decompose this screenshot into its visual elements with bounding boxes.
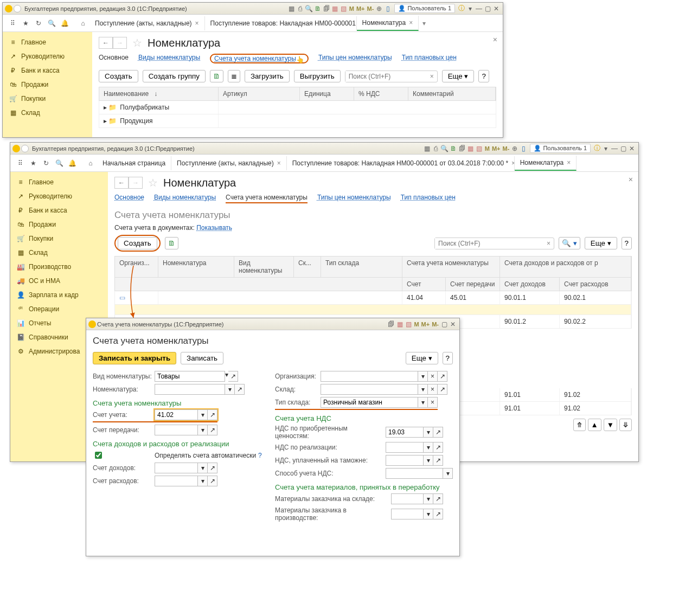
inc-input[interactable] (155, 463, 198, 473)
col-unit[interactable]: Единица (300, 87, 354, 100)
zoom-icon[interactable]: ⊕ (510, 145, 519, 152)
more-button[interactable]: Еще ▾ (442, 70, 475, 82)
open-icon[interactable]: ↗ (208, 409, 217, 420)
chevron-down-icon[interactable]: ▾ (419, 20, 430, 27)
col-exp[interactable]: Счет расходов (560, 278, 631, 291)
user-box[interactable]: 👤 Пользователь 1 (394, 4, 455, 13)
acc-input[interactable] (155, 409, 198, 420)
minimize-icon[interactable]: — (610, 145, 619, 152)
star-icon[interactable]: ★ (27, 157, 40, 170)
panel-icon[interactable]: ▯ (383, 5, 392, 12)
search-input[interactable] (345, 71, 427, 82)
down-button[interactable]: ▼ (604, 419, 617, 431)
dropdown-icon[interactable]: ▾ (198, 476, 208, 486)
tab-receipts[interactable]: Поступление (акты, накладные)× (89, 16, 205, 30)
exp-input[interactable] (155, 476, 198, 486)
table-row[interactable] (114, 305, 632, 315)
col-nds[interactable]: % НДС (354, 87, 408, 100)
table-row[interactable]: ▸ 📁Полуфабрикаты (99, 101, 496, 114)
restore-icon[interactable]: ▢ (619, 145, 627, 152)
tab-start[interactable]: Начальная страница (97, 156, 171, 170)
auto-checkbox[interactable] (95, 452, 102, 459)
table-row[interactable]: ▭ 41.04 45.01 90.01.1 90.02.1 (114, 291, 632, 305)
cal-icon[interactable]: ▦ (331, 5, 340, 12)
last-button[interactable]: ⤋ (619, 419, 632, 431)
nav-back-button[interactable]: ← (114, 177, 129, 189)
tool-icon[interactable]: ▦ (423, 145, 432, 152)
restore-icon[interactable]: ▢ (483, 5, 492, 12)
m2-input[interactable] (391, 509, 424, 519)
refresh-button[interactable]: 🗎 (210, 70, 223, 82)
more-button[interactable]: Еще ▾ (406, 352, 438, 364)
cal-icon[interactable]: ▦ (395, 320, 404, 328)
m-label[interactable]: M (348, 5, 355, 12)
cal2-icon[interactable]: ▧ (340, 5, 348, 12)
nav-fwd-button[interactable]: → (129, 177, 143, 189)
first-button[interactable]: ⤊ (573, 419, 586, 431)
nav-fwd-button[interactable]: → (113, 37, 127, 49)
sidebar-item-manager[interactable]: ↗Руководителю (3, 49, 92, 63)
list-button[interactable]: ≣ (228, 70, 240, 82)
col-inc[interactable]: Счет доходов (500, 278, 560, 291)
col-whtype[interactable]: Тип склада (321, 256, 402, 277)
sidebar-item-manager[interactable]: ↗Руководителю (10, 189, 108, 203)
unload-button[interactable]: Выгрузить (294, 70, 341, 82)
sidebar-item-purchases[interactable]: 🛒Покупки (3, 92, 92, 106)
org-input[interactable] (321, 371, 418, 382)
round-icon[interactable] (14, 5, 21, 12)
up-button[interactable]: ▲ (588, 419, 601, 431)
sidebar-item-sales[interactable]: 🛍Продажи (3, 78, 92, 92)
clear-icon[interactable]: × (428, 371, 438, 382)
favorite-icon[interactable]: ☆ (132, 36, 142, 49)
search-button[interactable]: 🔍 ▾ (559, 237, 580, 249)
write-button[interactable]: Записать (181, 352, 223, 364)
print-icon[interactable]: ⎙ (432, 145, 440, 152)
close-icon[interactable]: ✕ (449, 320, 457, 328)
link-plan-price[interactable]: Тип плановых цен (401, 194, 456, 203)
dropdown-icon[interactable]: ▾ (424, 509, 433, 519)
tab-receipt-doc[interactable]: Поступление товаров: Накладная НМ00-0000… (205, 16, 357, 30)
calc-icon[interactable]: 🗎 (313, 5, 322, 12)
clear-icon[interactable]: × (427, 73, 437, 80)
table-row[interactable]: ▸ 📁Продукция (99, 114, 496, 128)
sidebar-item-assets[interactable]: 🚚ОС и НМА (10, 274, 108, 288)
col-acc[interactable]: Счет (402, 278, 446, 291)
info-icon[interactable]: ⓘ (593, 144, 601, 153)
dropdown-icon[interactable]: ▾ (198, 409, 208, 420)
sidebar-item-bank[interactable]: ₽Банк и касса (10, 203, 108, 217)
page-close-icon[interactable]: × (629, 175, 633, 184)
mplus-label[interactable]: M+ (491, 145, 502, 152)
search-icon[interactable]: 🔍 (45, 17, 58, 30)
dropdown-icon[interactable]: ▾ (443, 468, 453, 479)
tab-close-icon[interactable]: × (277, 159, 281, 167)
open-icon[interactable]: ↗ (433, 509, 443, 519)
sidebar-item-purchases[interactable]: 🛒Покупки (10, 232, 108, 246)
zoom-icon[interactable]: ⊕ (375, 5, 383, 12)
tab-receipt-doc[interactable]: Поступление товаров: Накладная НМ00-0000… (287, 156, 515, 170)
mplus-label[interactable]: M+ (355, 5, 366, 12)
open-icon[interactable]: ↗ (228, 371, 238, 382)
col-nomen[interactable]: Номенклатура (158, 256, 234, 277)
dropdown-icon[interactable]: ▾ (418, 384, 428, 395)
search-input[interactable] (435, 238, 543, 249)
search-icon[interactable]: 🔍 (53, 157, 66, 170)
m1-input[interactable] (391, 493, 424, 504)
clear-icon[interactable]: × (428, 384, 438, 395)
min-icon[interactable]: ▾ (466, 5, 475, 12)
sidebar-item-warehouse[interactable]: ▦Склад (3, 106, 92, 120)
clear-icon[interactable]: × (428, 397, 438, 408)
history-icon[interactable]: ↻ (32, 17, 45, 30)
col-org[interactable]: Организ... (115, 256, 158, 277)
docs-link[interactable]: Показывать (196, 224, 232, 232)
create-button[interactable]: Создать (118, 237, 157, 249)
tab-close-icon[interactable]: × (409, 19, 413, 27)
nds3-input[interactable] (386, 455, 424, 466)
help-button[interactable]: ? (443, 352, 453, 364)
dropdown-icon[interactable]: ▾ (198, 463, 208, 473)
kind-input[interactable] (155, 371, 225, 382)
home-icon[interactable]: ⌂ (76, 17, 89, 30)
dropdown-icon[interactable]: ▾ (418, 371, 428, 382)
col-name[interactable]: Наименование ↓ (99, 87, 219, 100)
help-button[interactable]: ? (478, 70, 489, 82)
dropdown-icon[interactable]: ▾ (424, 493, 433, 504)
